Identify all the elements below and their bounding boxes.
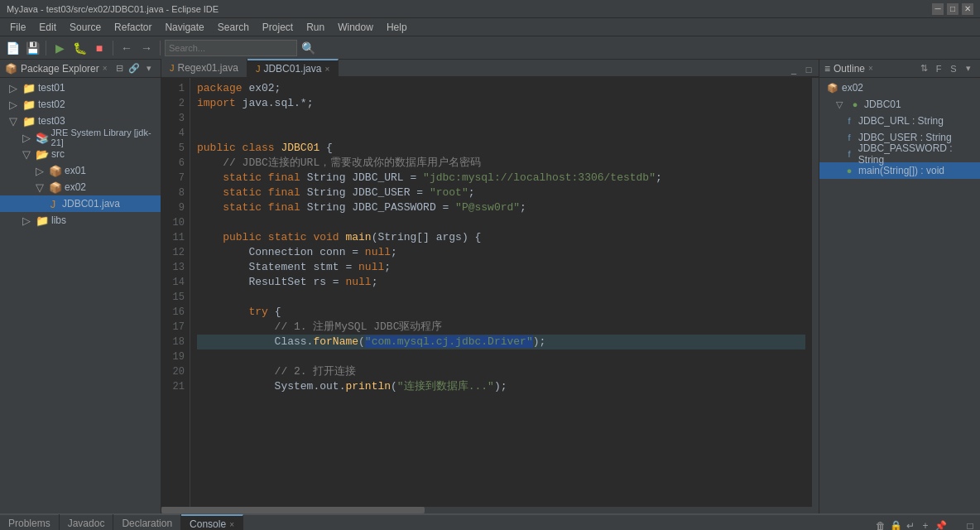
package-icon-ex01: 📦 [49, 165, 62, 177]
menu-run[interactable]: Run [300, 20, 331, 35]
menu-search[interactable]: Search [211, 20, 256, 35]
outline-item-jdbc-password[interactable]: f JDBC_PASSWORD : String [819, 146, 980, 162]
run-button[interactable]: ▶ [50, 39, 69, 57]
toolbar-search-input[interactable] [165, 40, 297, 56]
outline-hide-static-btn[interactable]: S [947, 62, 960, 75]
menu-window[interactable]: Window [331, 20, 380, 35]
line-num-9: 9 [166, 200, 185, 215]
outline-icon: ≡ [824, 63, 830, 75]
link-editor-button[interactable]: 🔗 [127, 62, 141, 75]
console-tab-close[interactable]: × [229, 520, 234, 529]
tree-item-test03[interactable]: ▽ 📁 test03 [0, 113, 161, 129]
package-explorer-tab: 📦 Package Explorer × ⊟ 🔗 ▾ [0, 60, 161, 78]
libs-icon: 📁 [36, 214, 49, 227]
debug-button[interactable]: 🐛 [70, 39, 89, 57]
save-button[interactable]: 💾 [23, 39, 41, 57]
tab-javadoc[interactable]: Javadoc [60, 514, 114, 530]
outline-item-jdbc01-class[interactable]: ▽ ● JDBC01 [819, 96, 980, 113]
editor-maximize-btn[interactable]: □ [802, 63, 815, 76]
code-line-5: public class JDBC01 { [197, 141, 805, 156]
editor-tab-actions: _ □ [784, 63, 819, 77]
console-word-wrap-btn[interactable]: ↵ [904, 519, 917, 530]
minimize-button[interactable] [932, 3, 944, 15]
outline-label-ex02: ex02 [842, 82, 863, 94]
search-icon[interactable]: 🔍 [299, 39, 317, 57]
package-explorer-icon: 📦 [5, 63, 17, 75]
menu-refactor[interactable]: Refactor [108, 20, 158, 35]
menu-source[interactable]: Source [63, 20, 108, 35]
code-line-4 [197, 126, 805, 141]
bottom-tab-actions: 🗑 🔒 ↵ + 📌 _ □ [871, 519, 980, 530]
menu-help[interactable]: Help [380, 20, 414, 35]
collapse-all-button[interactable]: ⊟ [113, 62, 126, 75]
new-button[interactable]: 📄 [3, 39, 22, 57]
stop-button[interactable]: ■ [90, 39, 108, 57]
line-num-15: 15 [166, 290, 185, 305]
menu-project[interactable]: Project [256, 20, 300, 35]
tab-label-console: Console [190, 518, 226, 530]
menu-file[interactable]: File [3, 20, 32, 35]
forward-button[interactable]: → [137, 39, 156, 57]
code-content[interactable]: package ex02; import java.sql.*; public … [190, 78, 812, 507]
console-clear-btn[interactable]: 🗑 [874, 519, 887, 530]
bottom-maximize-btn[interactable]: □ [963, 519, 977, 530]
console-scroll-lock-btn[interactable]: 🔒 [889, 519, 902, 530]
tree-label-test02: test02 [38, 99, 65, 110]
code-line-7: static final String JDBC_URL = "jdbc:mys… [197, 171, 805, 186]
outline-tab: ≡ Outline × ⇅ F S ▾ [819, 60, 980, 78]
tree-item-src[interactable]: ▽ 📂 src [0, 146, 161, 162]
tree-item-test02[interactable]: ▷ 📁 test02 [0, 96, 161, 113]
outline-menu-btn[interactable]: ▾ [962, 62, 975, 75]
menu-edit[interactable]: Edit [32, 20, 63, 35]
code-line-18: Class.forName("com.mysql.cj.jdbc.Driver"… [197, 335, 805, 349]
outline-icon-ex02: 📦 [826, 83, 839, 94]
editor-vertical-scrollbar[interactable] [812, 78, 819, 507]
tree-label-test01: test01 [38, 82, 65, 94]
editor-minimize-btn[interactable]: _ [787, 63, 800, 76]
console-pin-btn[interactable]: 📌 [934, 519, 947, 530]
back-button[interactable]: ← [118, 39, 136, 57]
method-icon-main: ● [843, 166, 856, 176]
maximize-button[interactable] [947, 3, 958, 15]
project-icon-test03: 📁 [22, 115, 36, 128]
package-explorer-tree: ▷ 📁 test01 ▷ 📁 test02 ▽ 📁 test03 ▷ 📚 JRE… [0, 78, 161, 513]
menu-navigate[interactable]: Navigate [158, 20, 210, 35]
console-new-console-btn[interactable]: + [919, 519, 932, 530]
field-icon-jdbc-user: f [843, 132, 856, 142]
tab-close-jdbc01[interactable]: × [324, 65, 329, 74]
code-line-21: System.out.println("连接到数据库..."); [197, 379, 805, 394]
tree-item-ex02[interactable]: ▽ 📦 ex02 [0, 179, 161, 195]
line-num-20: 20 [166, 364, 185, 379]
view-menu-button[interactable]: ▾ [142, 62, 156, 75]
outline-sort-btn[interactable]: ⇅ [917, 62, 930, 75]
outline-hide-fields-btn[interactable]: F [932, 62, 945, 75]
tab-declaration[interactable]: Declaration [113, 514, 181, 530]
tab-regex01[interactable]: J Regex01.java [161, 59, 247, 77]
bottom-minimize-btn[interactable]: _ [949, 519, 962, 530]
field-icon-jdbc-password: f [843, 149, 856, 159]
tree-label-src: src [51, 148, 65, 160]
tree-item-jre[interactable]: ▷ 📚 JRE System Library [jdk-21] [0, 129, 161, 146]
expand-icon-jre: ▷ [20, 132, 33, 144]
tab-label-jdbc01: JDBC01.java [263, 63, 321, 75]
code-editor[interactable]: 1 2 3 4 5 6 7 8 9 10 11 12 13 14 15 16 1… [161, 78, 819, 507]
tab-jdbc01[interactable]: J JDBC01.java × [247, 59, 339, 77]
toolbar-separator-1 [46, 41, 46, 55]
outline-title: Outline [833, 63, 865, 75]
outline-class-icon: ● [848, 99, 862, 109]
tree-item-ex01[interactable]: ▷ 📦 ex01 [0, 162, 161, 179]
close-button[interactable] [962, 3, 973, 15]
outline-item-ex02[interactable]: 📦 ex02 [819, 80, 980, 96]
code-line-3 [197, 111, 805, 126]
tab-console[interactable]: Console × [181, 514, 243, 530]
line-num-10: 10 [166, 215, 185, 230]
outline-close-x: × [868, 64, 873, 73]
tab-problems[interactable]: Problems [0, 514, 60, 530]
tree-item-jdbc01[interactable]: J JDBC01.java [0, 195, 161, 212]
tree-item-test01[interactable]: ▷ 📁 test01 [0, 80, 161, 96]
editor-horizontal-scrollbar[interactable] [161, 507, 819, 513]
h-scroll-thumb[interactable] [161, 507, 425, 513]
outline-label-jdbc01-class: JDBC01 [864, 99, 901, 110]
tree-item-libs[interactable]: ▷ 📁 libs [0, 212, 161, 229]
outline-item-jdbc-url[interactable]: f JDBC_URL : String [819, 113, 980, 129]
